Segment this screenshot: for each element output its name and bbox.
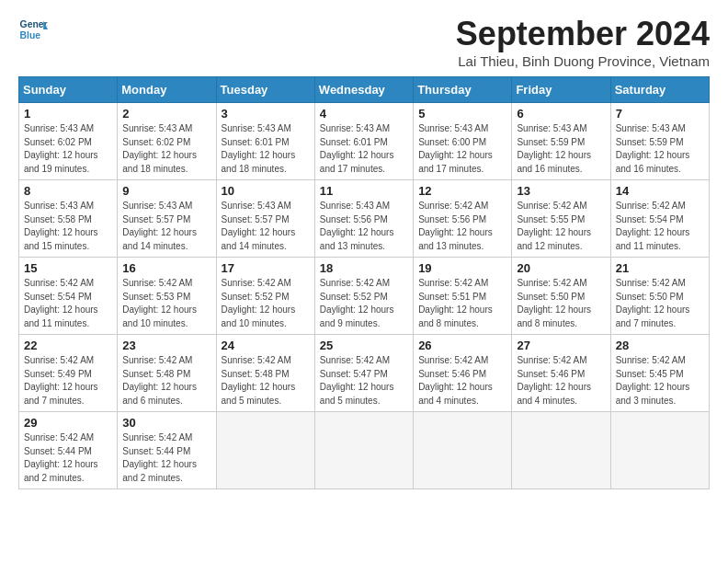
- day-number: 26: [418, 339, 506, 352]
- calendar-day-cell: 10Sunrise: 5:43 AM Sunset: 5:57 PM Dayli…: [216, 180, 314, 258]
- subtitle: Lai Thieu, Binh Duong Province, Vietnam: [456, 53, 710, 69]
- logo: General Blue: [18, 15, 48, 44]
- day-number: 15: [24, 261, 112, 275]
- calendar-day-cell: 25Sunrise: 5:42 AM Sunset: 5:47 PM Dayli…: [314, 335, 413, 412]
- calendar-day-cell: 5Sunrise: 5:43 AM Sunset: 6:00 PM Daylig…: [414, 103, 512, 180]
- day-info: Sunrise: 5:42 AM Sunset: 5:52 PM Dayligh…: [320, 277, 408, 330]
- weekday-header-row: SundayMondayTuesdayWednesdayThursdayFrid…: [19, 77, 710, 103]
- calendar-day-cell: 16Sunrise: 5:42 AM Sunset: 5:53 PM Dayli…: [118, 258, 216, 335]
- day-number: 10: [222, 184, 310, 198]
- day-info: Sunrise: 5:42 AM Sunset: 5:54 PM Dayligh…: [24, 277, 112, 330]
- calendar-week-row: 1Sunrise: 5:43 AM Sunset: 6:02 PM Daylig…: [19, 103, 710, 180]
- day-info: Sunrise: 5:42 AM Sunset: 5:48 PM Dayligh…: [122, 354, 210, 408]
- day-number: 30: [122, 416, 210, 430]
- calendar-day-cell: 9Sunrise: 5:43 AM Sunset: 5:57 PM Daylig…: [118, 180, 216, 258]
- day-number: 17: [222, 261, 310, 275]
- day-info: Sunrise: 5:42 AM Sunset: 5:50 PM Dayligh…: [616, 277, 704, 330]
- day-number: 29: [24, 416, 112, 430]
- calendar-day-cell: 13Sunrise: 5:42 AM Sunset: 5:55 PM Dayli…: [512, 180, 610, 258]
- day-info: Sunrise: 5:43 AM Sunset: 5:58 PM Dayligh…: [24, 200, 112, 253]
- day-info: Sunrise: 5:43 AM Sunset: 5:56 PM Dayligh…: [320, 200, 408, 253]
- day-number: 28: [616, 339, 704, 352]
- calendar-day-cell: 6Sunrise: 5:43 AM Sunset: 5:59 PM Daylig…: [512, 103, 610, 180]
- day-info: Sunrise: 5:42 AM Sunset: 5:53 PM Dayligh…: [122, 277, 210, 330]
- weekday-header-cell: Saturday: [610, 77, 709, 103]
- header: General Blue September 2024 Lai Thieu, B…: [18, 15, 710, 69]
- day-info: Sunrise: 5:43 AM Sunset: 6:02 PM Dayligh…: [24, 122, 112, 176]
- weekday-header-cell: Tuesday: [216, 77, 314, 103]
- calendar-day-cell: 30Sunrise: 5:42 AM Sunset: 5:44 PM Dayli…: [118, 412, 216, 489]
- calendar-table: SundayMondayTuesdayWednesdayThursdayFrid…: [18, 76, 710, 489]
- calendar-week-row: 22Sunrise: 5:42 AM Sunset: 5:49 PM Dayli…: [19, 335, 710, 412]
- calendar-day-cell: 20Sunrise: 5:42 AM Sunset: 5:50 PM Dayli…: [512, 258, 610, 335]
- calendar-day-cell: 12Sunrise: 5:42 AM Sunset: 5:56 PM Dayli…: [414, 180, 512, 258]
- day-info: Sunrise: 5:42 AM Sunset: 5:44 PM Dayligh…: [24, 431, 112, 485]
- day-number: 14: [616, 184, 704, 198]
- calendar-day-cell: 29Sunrise: 5:42 AM Sunset: 5:44 PM Dayli…: [19, 412, 118, 489]
- day-number: 22: [24, 339, 112, 352]
- day-info: Sunrise: 5:43 AM Sunset: 6:00 PM Dayligh…: [418, 122, 506, 176]
- day-info: Sunrise: 5:43 AM Sunset: 6:01 PM Dayligh…: [222, 122, 310, 176]
- day-info: Sunrise: 5:43 AM Sunset: 6:02 PM Dayligh…: [122, 122, 210, 176]
- day-number: 4: [320, 107, 408, 121]
- calendar-day-cell: 3Sunrise: 5:43 AM Sunset: 6:01 PM Daylig…: [216, 103, 314, 180]
- day-number: 13: [517, 184, 605, 198]
- day-info: Sunrise: 5:43 AM Sunset: 5:57 PM Dayligh…: [122, 200, 210, 253]
- weekday-header-cell: Friday: [512, 77, 610, 103]
- calendar-day-cell: 26Sunrise: 5:42 AM Sunset: 5:46 PM Dayli…: [414, 335, 512, 412]
- calendar-day-cell: 2Sunrise: 5:43 AM Sunset: 6:02 PM Daylig…: [118, 103, 216, 180]
- day-number: 21: [616, 261, 704, 275]
- day-number: 8: [24, 184, 112, 198]
- day-number: 9: [122, 184, 210, 198]
- day-info: Sunrise: 5:42 AM Sunset: 5:52 PM Dayligh…: [222, 277, 310, 330]
- day-number: 11: [320, 184, 408, 198]
- day-info: Sunrise: 5:42 AM Sunset: 5:47 PM Dayligh…: [320, 354, 408, 408]
- day-number: 6: [517, 107, 605, 121]
- day-info: Sunrise: 5:42 AM Sunset: 5:50 PM Dayligh…: [517, 277, 605, 330]
- day-info: Sunrise: 5:42 AM Sunset: 5:46 PM Dayligh…: [517, 354, 605, 408]
- day-number: 2: [122, 107, 210, 121]
- day-info: Sunrise: 5:42 AM Sunset: 5:44 PM Dayligh…: [122, 431, 210, 485]
- calendar-day-cell: 22Sunrise: 5:42 AM Sunset: 5:49 PM Dayli…: [19, 335, 118, 412]
- calendar-day-cell: 17Sunrise: 5:42 AM Sunset: 5:52 PM Dayli…: [216, 258, 314, 335]
- day-number: 24: [222, 339, 310, 352]
- day-number: 18: [320, 261, 408, 275]
- calendar-day-cell: 7Sunrise: 5:43 AM Sunset: 5:59 PM Daylig…: [610, 103, 709, 180]
- calendar-day-cell: 21Sunrise: 5:42 AM Sunset: 5:50 PM Dayli…: [610, 258, 709, 335]
- calendar-day-cell: [414, 412, 512, 489]
- day-info: Sunrise: 5:42 AM Sunset: 5:49 PM Dayligh…: [24, 354, 112, 408]
- calendar-day-cell: 18Sunrise: 5:42 AM Sunset: 5:52 PM Dayli…: [314, 258, 413, 335]
- calendar-day-cell: [216, 412, 314, 489]
- day-number: 25: [320, 339, 408, 352]
- calendar-day-cell: 24Sunrise: 5:42 AM Sunset: 5:48 PM Dayli…: [216, 335, 314, 412]
- calendar-week-row: 15Sunrise: 5:42 AM Sunset: 5:54 PM Dayli…: [19, 258, 710, 335]
- weekday-header-cell: Wednesday: [314, 77, 413, 103]
- day-info: Sunrise: 5:42 AM Sunset: 5:54 PM Dayligh…: [616, 200, 704, 253]
- calendar-day-cell: 8Sunrise: 5:43 AM Sunset: 5:58 PM Daylig…: [19, 180, 118, 258]
- day-number: 16: [122, 261, 210, 275]
- day-number: 20: [517, 261, 605, 275]
- day-info: Sunrise: 5:43 AM Sunset: 5:59 PM Dayligh…: [616, 122, 704, 176]
- calendar-day-cell: 1Sunrise: 5:43 AM Sunset: 6:02 PM Daylig…: [19, 103, 118, 180]
- day-info: Sunrise: 5:42 AM Sunset: 5:51 PM Dayligh…: [418, 277, 506, 330]
- day-info: Sunrise: 5:42 AM Sunset: 5:48 PM Dayligh…: [222, 354, 310, 408]
- month-title: September 2024: [456, 15, 710, 53]
- day-number: 7: [616, 107, 704, 121]
- calendar-day-cell: [610, 412, 709, 489]
- calendar-day-cell: [512, 412, 610, 489]
- weekday-header-cell: Thursday: [414, 77, 512, 103]
- day-info: Sunrise: 5:42 AM Sunset: 5:45 PM Dayligh…: [616, 354, 704, 408]
- day-number: 12: [418, 184, 506, 198]
- calendar-day-cell: 27Sunrise: 5:42 AM Sunset: 5:46 PM Dayli…: [512, 335, 610, 412]
- day-number: 1: [24, 107, 112, 121]
- logo-icon: General Blue: [18, 15, 48, 44]
- day-info: Sunrise: 5:43 AM Sunset: 5:59 PM Dayligh…: [517, 122, 605, 176]
- calendar-day-cell: [314, 412, 413, 489]
- day-number: 23: [122, 339, 210, 352]
- svg-text:Blue: Blue: [20, 30, 41, 40]
- calendar-day-cell: 14Sunrise: 5:42 AM Sunset: 5:54 PM Dayli…: [610, 180, 709, 258]
- day-number: 19: [418, 261, 506, 275]
- calendar-day-cell: 11Sunrise: 5:43 AM Sunset: 5:56 PM Dayli…: [314, 180, 413, 258]
- calendar-week-row: 29Sunrise: 5:42 AM Sunset: 5:44 PM Dayli…: [19, 412, 710, 489]
- weekday-header-cell: Sunday: [19, 77, 118, 103]
